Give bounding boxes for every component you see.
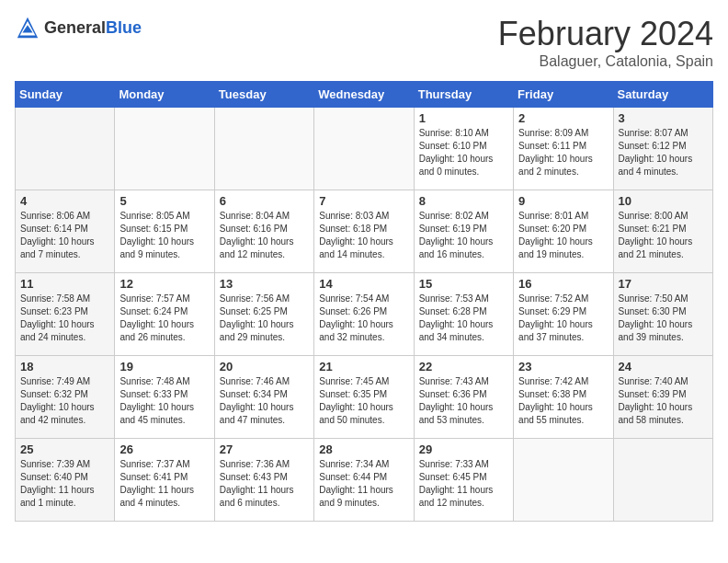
day-number: 13: [220, 277, 309, 291]
day-info: Sunrise: 7:33 AM Sunset: 6:45 PM Dayligh…: [419, 458, 508, 510]
day-number: 18: [20, 360, 109, 373]
day-number: 28: [319, 442, 408, 456]
day-number: 7: [319, 194, 408, 208]
week-row-3: 11Sunrise: 7:58 AM Sunset: 6:23 PM Dayli…: [16, 273, 713, 356]
day-number: 11: [20, 277, 109, 291]
day-number: 3: [619, 111, 708, 125]
day-number: 27: [220, 442, 309, 456]
day-cell: 3Sunrise: 8:07 AM Sunset: 6:12 PM Daylig…: [613, 108, 712, 190]
logo-general: General: [44, 18, 106, 37]
weekday-header-sunday: Sunday: [16, 82, 115, 108]
day-number: 15: [419, 277, 508, 291]
day-info: Sunrise: 8:04 AM Sunset: 6:16 PM Dayligh…: [220, 210, 309, 261]
day-cell: 28Sunrise: 7:34 AM Sunset: 6:44 PM Dayli…: [314, 439, 414, 522]
day-cell: [314, 108, 414, 190]
weekday-header-row: SundayMondayTuesdayWednesdayThursdayFrid…: [16, 82, 713, 108]
week-row-4: 18Sunrise: 7:49 AM Sunset: 6:32 PM Dayli…: [16, 356, 713, 439]
day-info: Sunrise: 7:42 AM Sunset: 6:38 PM Dayligh…: [518, 375, 608, 427]
day-cell: 22Sunrise: 7:43 AM Sunset: 6:36 PM Dayli…: [414, 356, 513, 439]
day-cell: 23Sunrise: 7:42 AM Sunset: 6:38 PM Dayli…: [514, 356, 613, 439]
day-info: Sunrise: 7:58 AM Sunset: 6:23 PM Dayligh…: [20, 293, 109, 344]
day-cell: 6Sunrise: 8:04 AM Sunset: 6:16 PM Daylig…: [214, 190, 313, 273]
calendar-title: February 2024: [498, 15, 713, 53]
day-cell: 29Sunrise: 7:33 AM Sunset: 6:45 PM Dayli…: [414, 439, 513, 522]
day-info: Sunrise: 8:06 AM Sunset: 6:14 PM Dayligh…: [20, 210, 109, 261]
day-cell: [613, 439, 712, 522]
day-cell: 9Sunrise: 8:01 AM Sunset: 6:20 PM Daylig…: [514, 190, 613, 273]
day-info: Sunrise: 7:56 AM Sunset: 6:25 PM Dayligh…: [220, 293, 309, 344]
day-info: Sunrise: 7:57 AM Sunset: 6:24 PM Dayligh…: [119, 293, 209, 344]
day-info: Sunrise: 7:46 AM Sunset: 6:34 PM Dayligh…: [220, 375, 309, 427]
day-cell: 5Sunrise: 8:05 AM Sunset: 6:15 PM Daylig…: [115, 190, 214, 273]
day-number: 20: [220, 360, 309, 373]
day-cell: 16Sunrise: 7:52 AM Sunset: 6:29 PM Dayli…: [514, 273, 613, 356]
day-info: Sunrise: 8:07 AM Sunset: 6:12 PM Dayligh…: [619, 127, 708, 178]
day-info: Sunrise: 7:43 AM Sunset: 6:36 PM Dayligh…: [419, 375, 508, 427]
week-row-2: 4Sunrise: 8:06 AM Sunset: 6:14 PM Daylig…: [16, 190, 713, 273]
day-number: 26: [119, 442, 209, 456]
day-number: 23: [518, 360, 608, 373]
day-info: Sunrise: 7:45 AM Sunset: 6:35 PM Dayligh…: [319, 375, 408, 427]
day-number: 21: [319, 360, 408, 373]
day-cell: 14Sunrise: 7:54 AM Sunset: 6:26 PM Dayli…: [314, 273, 414, 356]
day-info: Sunrise: 8:01 AM Sunset: 6:20 PM Dayligh…: [518, 210, 608, 261]
day-cell: 18Sunrise: 7:49 AM Sunset: 6:32 PM Dayli…: [16, 356, 115, 439]
day-cell: 7Sunrise: 8:03 AM Sunset: 6:18 PM Daylig…: [314, 190, 414, 273]
day-cell: 15Sunrise: 7:53 AM Sunset: 6:28 PM Dayli…: [414, 273, 513, 356]
day-cell: 12Sunrise: 7:57 AM Sunset: 6:24 PM Dayli…: [115, 273, 214, 356]
day-number: 4: [20, 194, 109, 208]
day-cell: [214, 108, 313, 190]
calendar-subtitle: Balaguer, Catalonia, Spain: [498, 53, 713, 70]
day-cell: 25Sunrise: 7:39 AM Sunset: 6:40 PM Dayli…: [16, 439, 115, 522]
day-number: 6: [220, 194, 309, 208]
day-cell: 21Sunrise: 7:45 AM Sunset: 6:35 PM Dayli…: [314, 356, 414, 439]
day-cell: 24Sunrise: 7:40 AM Sunset: 6:39 PM Dayli…: [613, 356, 712, 439]
day-number: 25: [20, 442, 109, 456]
day-cell: 26Sunrise: 7:37 AM Sunset: 6:41 PM Dayli…: [115, 439, 214, 522]
day-number: 9: [518, 194, 608, 208]
day-info: Sunrise: 8:02 AM Sunset: 6:19 PM Dayligh…: [419, 210, 508, 261]
day-info: Sunrise: 7:37 AM Sunset: 6:41 PM Dayligh…: [119, 458, 209, 510]
day-cell: 4Sunrise: 8:06 AM Sunset: 6:14 PM Daylig…: [16, 190, 115, 273]
day-cell: 19Sunrise: 7:48 AM Sunset: 6:33 PM Dayli…: [115, 356, 214, 439]
header: GeneralBlue February 2024 Balaguer, Cata…: [15, 15, 713, 70]
day-number: 10: [619, 194, 708, 208]
week-row-1: 1Sunrise: 8:10 AM Sunset: 6:10 PM Daylig…: [16, 108, 713, 190]
day-number: 14: [319, 277, 408, 291]
weekday-header-wednesday: Wednesday: [314, 82, 414, 108]
calendar-table: SundayMondayTuesdayWednesdayThursdayFrid…: [15, 81, 713, 522]
day-cell: 1Sunrise: 8:10 AM Sunset: 6:10 PM Daylig…: [414, 108, 513, 190]
day-info: Sunrise: 7:39 AM Sunset: 6:40 PM Dayligh…: [20, 458, 109, 510]
weekday-header-monday: Monday: [115, 82, 214, 108]
day-info: Sunrise: 7:40 AM Sunset: 6:39 PM Dayligh…: [619, 375, 708, 427]
day-info: Sunrise: 7:53 AM Sunset: 6:28 PM Dayligh…: [419, 293, 508, 344]
day-cell: 11Sunrise: 7:58 AM Sunset: 6:23 PM Dayli…: [16, 273, 115, 356]
day-number: 19: [119, 360, 209, 373]
day-info: Sunrise: 7:34 AM Sunset: 6:44 PM Dayligh…: [319, 458, 408, 510]
day-number: 17: [619, 277, 708, 291]
day-info: Sunrise: 7:36 AM Sunset: 6:43 PM Dayligh…: [220, 458, 309, 510]
day-cell: 10Sunrise: 8:00 AM Sunset: 6:21 PM Dayli…: [613, 190, 712, 273]
day-cell: 20Sunrise: 7:46 AM Sunset: 6:34 PM Dayli…: [214, 356, 313, 439]
weekday-header-friday: Friday: [514, 82, 613, 108]
day-info: Sunrise: 8:09 AM Sunset: 6:11 PM Dayligh…: [518, 127, 608, 178]
logo: GeneralBlue: [15, 15, 142, 40]
day-cell: [16, 108, 115, 190]
day-cell: 17Sunrise: 7:50 AM Sunset: 6:30 PM Dayli…: [613, 273, 712, 356]
day-cell: 27Sunrise: 7:36 AM Sunset: 6:43 PM Dayli…: [214, 439, 313, 522]
day-info: Sunrise: 7:49 AM Sunset: 6:32 PM Dayligh…: [20, 375, 109, 427]
day-cell: [514, 439, 613, 522]
weekday-header-saturday: Saturday: [613, 82, 712, 108]
logo-blue: Blue: [106, 18, 142, 37]
day-number: 29: [419, 442, 508, 456]
day-info: Sunrise: 7:50 AM Sunset: 6:30 PM Dayligh…: [619, 293, 708, 344]
day-info: Sunrise: 8:03 AM Sunset: 6:18 PM Dayligh…: [319, 210, 408, 261]
day-info: Sunrise: 7:54 AM Sunset: 6:26 PM Dayligh…: [319, 293, 408, 344]
day-number: 2: [518, 111, 608, 125]
day-number: 12: [119, 277, 209, 291]
logo-icon: [15, 15, 40, 40]
day-info: Sunrise: 8:10 AM Sunset: 6:10 PM Dayligh…: [419, 127, 508, 178]
day-cell: 8Sunrise: 8:02 AM Sunset: 6:19 PM Daylig…: [414, 190, 513, 273]
day-number: 22: [419, 360, 508, 373]
weekday-header-thursday: Thursday: [414, 82, 513, 108]
